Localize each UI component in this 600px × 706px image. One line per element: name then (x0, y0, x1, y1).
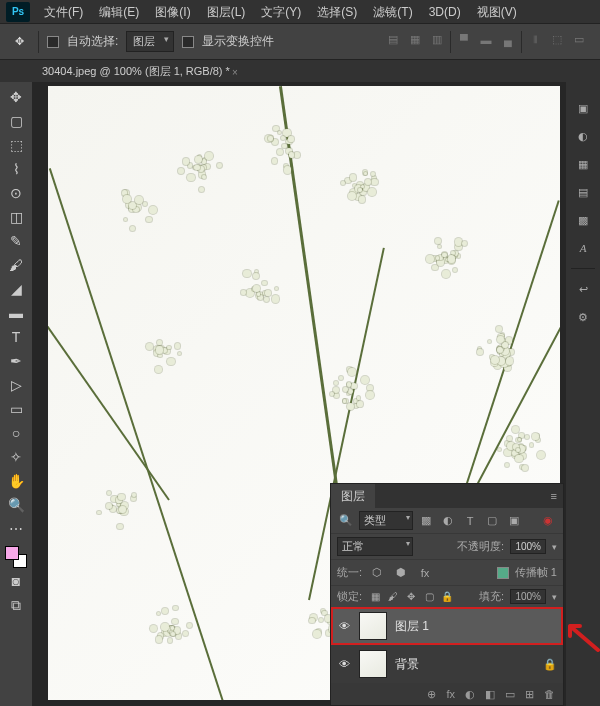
filter-adjust-icon[interactable]: ◐ (439, 512, 457, 530)
unify-row: 统一: ⬡ ⬢ fx 传播帧 1 (331, 560, 563, 586)
menu-image[interactable]: 图像(I) (147, 0, 198, 24)
align-bottom-icon[interactable]: ▄ (499, 31, 517, 49)
menu-view[interactable]: 视图(V) (469, 0, 525, 24)
layer-filter-row: 🔍 类型 ▩ ◐ T ▢ ▣ ◉ (331, 508, 563, 534)
layer-row[interactable]: 👁 背景 🔒 (331, 645, 563, 683)
panel-menu-icon[interactable]: ≡ (545, 490, 563, 502)
filter-type-dropdown[interactable]: 类型 (359, 511, 413, 530)
filter-toggle-icon[interactable]: ◉ (539, 512, 557, 530)
show-transform-checkbox[interactable] (182, 36, 194, 48)
filter-smart-icon[interactable]: ▣ (505, 512, 523, 530)
layer-thumbnail[interactable] (359, 650, 387, 678)
eyedropper-tool[interactable]: ✎ (4, 230, 28, 252)
main-area: ✥ ▢ ⬚ ⌇ ⊙ ◫ ✎ 🖌 ◢ ▬ T ✒ ▷ ▭ ○ ✧ ✋ 🔍 ⋯ ◙ … (0, 82, 600, 706)
rectangle-tool[interactable]: ▭ (4, 398, 28, 420)
menu-layer[interactable]: 图层(L) (199, 0, 254, 24)
adjustments-icon[interactable]: ◐ (574, 128, 592, 144)
swatches-icon[interactable]: ▩ (574, 212, 592, 228)
align-middle-icon[interactable]: ▬ (477, 31, 495, 49)
layer-fx-icon[interactable]: fx (446, 688, 455, 700)
panel-toggle-icon[interactable]: ▭ (570, 31, 588, 49)
menu-filter[interactable]: 滤镜(T) (365, 0, 420, 24)
actions-icon[interactable]: ⚙ (574, 309, 592, 325)
visibility-toggle-icon[interactable]: 👁 (337, 657, 351, 671)
menu-type[interactable]: 文字(Y) (253, 0, 309, 24)
link-layers-icon[interactable]: ⊕ (427, 688, 436, 701)
marquee-tool[interactable]: ⬚ (4, 134, 28, 156)
opacity-label: 不透明度: (457, 539, 504, 554)
artboard-tool[interactable]: ▢ (4, 110, 28, 132)
move-tool-icon[interactable]: ✥ (8, 31, 30, 53)
filter-type-icon[interactable]: T (461, 512, 479, 530)
layer-row[interactable]: 👁 图层 1 (331, 607, 563, 645)
move-tool[interactable]: ✥ (4, 86, 28, 108)
align-center-icon[interactable]: ▦ (406, 31, 424, 49)
opacity-chevron-icon[interactable]: ▾ (552, 542, 557, 552)
hand-tool[interactable]: ✋ (4, 470, 28, 492)
quick-select-tool[interactable]: ⊙ (4, 182, 28, 204)
screen-mode-icon[interactable]: ⧉ (4, 594, 28, 616)
propagate-checkbox[interactable] (497, 567, 509, 579)
layers-list: 👁 图层 1 👁 背景 🔒 (331, 607, 563, 683)
document-tab[interactable]: 30404.jpeg @ 100% (图层 1, RGB/8) * × (32, 60, 240, 82)
layers-tab[interactable]: 图层 (331, 484, 375, 508)
lasso-tool[interactable]: ⌇ (4, 158, 28, 180)
toolbox: ✥ ▢ ⬚ ⌇ ⊙ ◫ ✎ 🖌 ◢ ▬ T ✒ ▷ ▭ ○ ✧ ✋ 🔍 ⋯ ◙ … (0, 82, 32, 706)
pen-tool[interactable]: ✒ (4, 350, 28, 372)
styles-icon[interactable]: ▤ (574, 184, 592, 200)
type-tool[interactable]: T (4, 326, 28, 348)
panel-tab-strip: 图层 ≡ (331, 484, 563, 508)
unify-position-icon[interactable]: ⬡ (368, 564, 386, 582)
group-icon[interactable]: ▭ (505, 688, 515, 701)
unify-style-icon[interactable]: fx (416, 564, 434, 582)
new-layer-icon[interactable]: ⊞ (525, 688, 534, 701)
layer-mask-icon[interactable]: ◐ (465, 688, 475, 701)
adjustment-layer-icon[interactable]: ◧ (485, 688, 495, 701)
zoom-tool[interactable]: 🔍 (4, 494, 28, 516)
quick-mask-icon[interactable]: ◙ (4, 570, 28, 592)
delete-layer-icon[interactable]: 🗑 (544, 688, 555, 700)
align-left-icon[interactable]: ▤ (384, 31, 402, 49)
lock-fill-row: 锁定: ▦ 🖌 ✥ ▢ 🔒 填充: 100% ▾ (331, 586, 563, 607)
menu-3d[interactable]: 3D(D) (421, 0, 469, 24)
opacity-input[interactable]: 100% (510, 539, 546, 554)
close-tab-icon[interactable]: × (232, 62, 238, 84)
library-icon[interactable]: ▦ (574, 156, 592, 172)
path-select-tool[interactable]: ▷ (4, 374, 28, 396)
3d-mode-icon[interactable]: ⬚ (548, 31, 566, 49)
edit-toolbar[interactable]: ⋯ (4, 518, 28, 540)
lock-all-icon[interactable]: 🔒 (440, 590, 454, 604)
character-icon[interactable]: A (574, 240, 592, 256)
brush-tool[interactable]: 🖌 (4, 254, 28, 276)
blend-mode-dropdown[interactable]: 正常 (337, 537, 413, 556)
filter-shape-icon[interactable]: ▢ (483, 512, 501, 530)
auto-select-dropdown[interactable]: 图层 (126, 31, 174, 52)
menu-file[interactable]: 文件(F) (36, 0, 91, 24)
ellipse-tool[interactable]: ○ (4, 422, 28, 444)
auto-select-checkbox[interactable] (47, 36, 59, 48)
fill-input[interactable]: 100% (510, 589, 546, 604)
lock-artboard-icon[interactable]: ▢ (422, 590, 436, 604)
menu-edit[interactable]: 编辑(E) (91, 0, 147, 24)
visibility-toggle-icon[interactable]: 👁 (337, 619, 351, 633)
history-icon[interactable]: ↩ (574, 281, 592, 297)
menu-select[interactable]: 选择(S) (309, 0, 365, 24)
gradient-tool[interactable]: ▬ (4, 302, 28, 324)
eraser-tool[interactable]: ◢ (4, 278, 28, 300)
filter-search-icon[interactable]: 🔍 (337, 512, 355, 530)
color-swatches[interactable] (5, 546, 27, 568)
layer-thumbnail[interactable] (359, 612, 387, 640)
lock-pixels-icon[interactable]: 🖌 (386, 590, 400, 604)
unify-visibility-icon[interactable]: ⬢ (392, 564, 410, 582)
align-top-icon[interactable]: ▀ (455, 31, 473, 49)
lock-transparency-icon[interactable]: ▦ (368, 590, 382, 604)
align-right-icon[interactable]: ▥ (428, 31, 446, 49)
properties-icon[interactable]: ▣ (574, 100, 592, 116)
distribute-icon[interactable]: ⫴ (526, 31, 544, 49)
layer-name: 背景 (395, 656, 419, 673)
lock-position-icon[interactable]: ✥ (404, 590, 418, 604)
filter-pixel-icon[interactable]: ▩ (417, 512, 435, 530)
crop-tool[interactable]: ◫ (4, 206, 28, 228)
custom-shape-tool[interactable]: ✧ (4, 446, 28, 468)
fill-chevron-icon[interactable]: ▾ (552, 592, 557, 602)
